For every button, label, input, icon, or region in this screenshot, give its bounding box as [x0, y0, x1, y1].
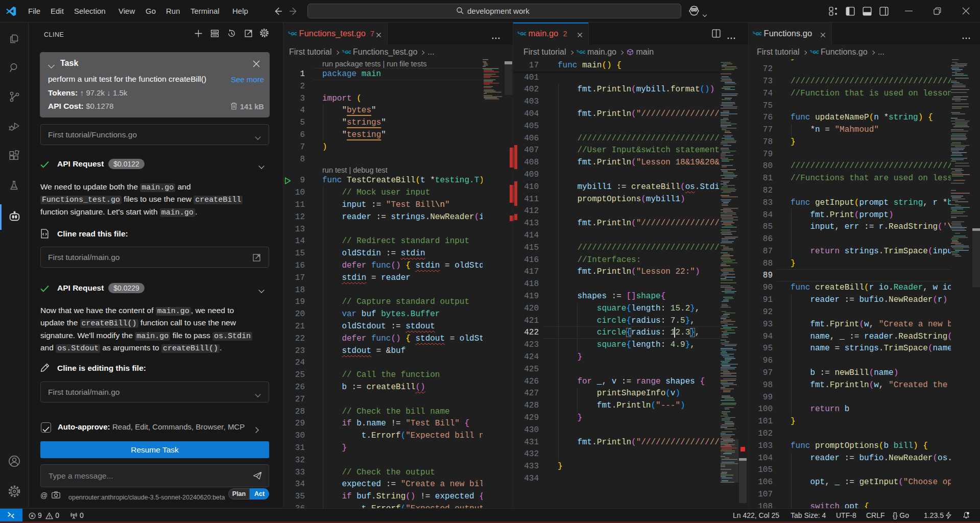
svg-text:GO: GO [579, 50, 585, 55]
svg-text:GO: GO [812, 50, 819, 55]
svg-text:GO: GO [520, 31, 527, 36]
svg-text:GO: GO [291, 31, 297, 36]
svg-text:GO: GO [756, 31, 762, 36]
svg-text:GO: GO [345, 50, 351, 55]
